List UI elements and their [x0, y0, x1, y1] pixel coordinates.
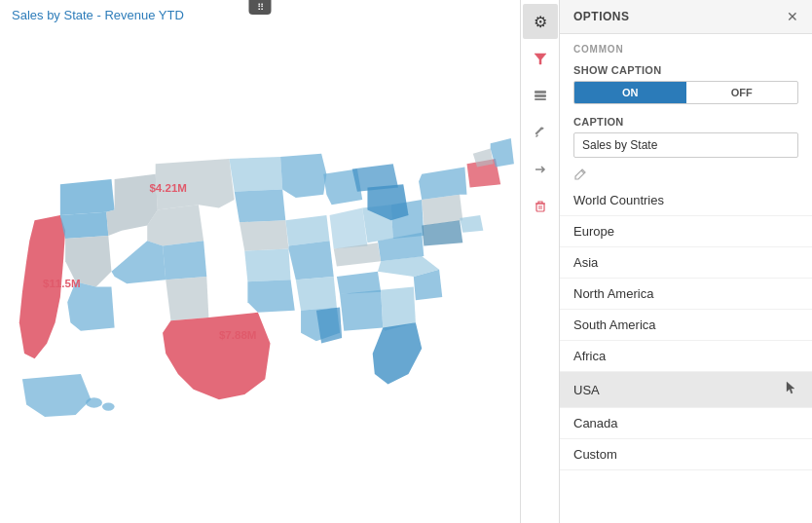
list-item-custom[interactable]: Custom	[560, 439, 812, 470]
caption-input[interactable]	[573, 132, 798, 158]
svg-marker-15	[244, 249, 290, 282]
show-caption-label: SHOW CAPTION	[573, 64, 798, 76]
region-list: World Countries Europe Asia North Americ…	[560, 185, 812, 470]
svg-marker-13	[235, 190, 286, 223]
svg-marker-52	[535, 54, 546, 64]
svg-point-46	[86, 397, 102, 408]
svg-text:$11.5M: $11.5M	[43, 278, 81, 289]
svg-marker-18	[280, 154, 326, 198]
svg-text:$4.21M: $4.21M	[149, 182, 187, 194]
toggle-on[interactable]: ON	[574, 82, 686, 103]
svg-marker-14	[240, 220, 288, 251]
list-item-asia[interactable]: Asia	[560, 247, 812, 279]
svg-rect-54	[535, 94, 546, 97]
layers-icon[interactable]	[523, 78, 558, 113]
toggle-off[interactable]: OFF	[686, 82, 798, 103]
svg-marker-16	[247, 280, 294, 313]
svg-marker-27	[340, 290, 383, 331]
svg-marker-21	[296, 277, 337, 311]
map-container: $4.21M $11.5M $7.88M	[0, 30, 520, 523]
arrow-right-icon[interactable]	[523, 152, 558, 187]
show-caption-toggle[interactable]: ON OFF	[573, 81, 798, 104]
options-header: OPTIONS ✕	[560, 0, 812, 34]
show-caption-row: SHOW CAPTION ON OFF	[560, 58, 812, 110]
options-title: OPTIONS	[573, 10, 630, 23]
list-item-south-america[interactable]: South America	[560, 310, 812, 341]
gear-icon[interactable]: ⚙	[523, 4, 558, 39]
svg-marker-10	[166, 277, 208, 320]
svg-marker-24	[330, 208, 368, 249]
svg-marker-12	[229, 157, 282, 192]
svg-text:$7.88M: $7.88M	[219, 329, 257, 341]
us-map-svg: $4.21M $11.5M $7.88M	[4, 34, 516, 519]
list-item-usa[interactable]: USA	[560, 372, 812, 408]
svg-marker-2	[60, 212, 108, 239]
toolbar: ⚙	[520, 0, 559, 523]
svg-point-47	[102, 402, 115, 410]
svg-marker-5	[67, 281, 114, 330]
caption-label: CAPTION	[573, 116, 798, 128]
list-item-europe[interactable]: Europe	[560, 216, 812, 247]
cursor-pointer-icon	[783, 380, 798, 399]
wrench-icon[interactable]	[523, 115, 558, 150]
svg-rect-55	[535, 98, 546, 100]
search-row	[560, 164, 812, 185]
list-item-africa[interactable]: Africa	[560, 341, 812, 372]
options-body: COMMON SHOW CAPTION ON OFF CAPTION World…	[560, 34, 812, 523]
options-panel: OPTIONS ✕ COMMON SHOW CAPTION ON OFF CAP…	[559, 0, 812, 523]
filter-icon[interactable]	[523, 41, 558, 76]
svg-marker-19	[285, 215, 329, 246]
svg-marker-3	[60, 179, 115, 215]
trash-icon[interactable]	[523, 189, 558, 224]
svg-rect-56	[536, 204, 544, 211]
svg-marker-20	[288, 241, 333, 280]
svg-rect-53	[535, 91, 546, 93]
main-area: ⠿ Sales by State - Revenue YTD	[0, 0, 520, 523]
list-item-canada[interactable]: Canada	[560, 408, 812, 439]
list-item-world-countries[interactable]: World Countries	[560, 185, 812, 216]
list-item-north-america[interactable]: North America	[560, 279, 812, 310]
pencil-icon	[573, 168, 587, 181]
common-section-label: COMMON	[560, 34, 812, 58]
svg-marker-40	[460, 215, 483, 233]
caption-row: CAPTION	[560, 110, 812, 164]
drag-handle[interactable]: ⠿	[249, 0, 272, 15]
svg-marker-9	[163, 241, 206, 280]
close-button[interactable]: ✕	[787, 10, 798, 23]
